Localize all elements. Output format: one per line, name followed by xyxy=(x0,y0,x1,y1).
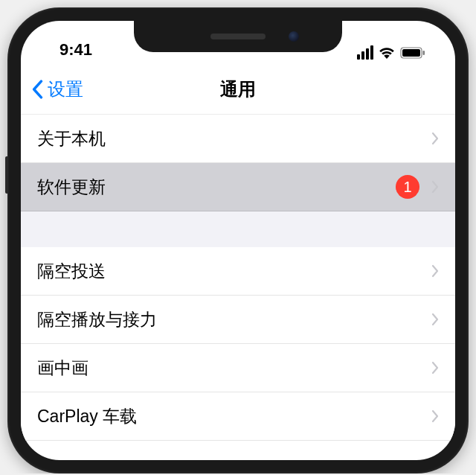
chevron-left-icon xyxy=(31,80,43,99)
row-label: 关于本机 xyxy=(37,127,431,150)
chevron-right-icon xyxy=(431,409,439,423)
row-about[interactable]: 关于本机 xyxy=(21,115,455,163)
back-button[interactable]: 设置 xyxy=(21,77,83,101)
speaker xyxy=(210,34,266,39)
list-gap xyxy=(21,211,455,247)
row-label: 隔空播放与接力 xyxy=(37,308,431,331)
row-pip[interactable]: 画中画 xyxy=(21,344,455,392)
chevron-right-icon xyxy=(431,264,439,278)
svg-rect-1 xyxy=(402,49,420,57)
phone-frame: 9:41 设置 xyxy=(7,7,469,474)
row-label: CarPlay 车载 xyxy=(37,405,431,428)
row-label: 画中画 xyxy=(37,357,431,380)
row-carplay[interactable]: CarPlay 车载 xyxy=(21,392,455,441)
row-airdrop[interactable]: 隔空投送 xyxy=(21,247,455,296)
cellular-icon xyxy=(357,45,373,60)
list-group-2: 隔空投送 隔空播放与接力 画中画 CarPlay 车载 xyxy=(21,247,455,441)
battery-icon xyxy=(400,47,425,59)
svg-rect-2 xyxy=(423,51,425,55)
front-camera xyxy=(289,31,299,42)
page-title: 通用 xyxy=(220,77,256,101)
row-airplay-handoff[interactable]: 隔空播放与接力 xyxy=(21,296,455,344)
list-group-1: 关于本机 软件更新 1 xyxy=(21,115,455,211)
nav-bar: 设置 通用 xyxy=(21,64,455,115)
notch xyxy=(134,21,342,52)
notification-badge: 1 xyxy=(396,175,419,199)
back-label: 设置 xyxy=(48,77,83,101)
status-indicators xyxy=(357,45,434,60)
side-button xyxy=(5,156,8,194)
row-software-update[interactable]: 软件更新 1 xyxy=(21,163,455,211)
chevron-right-icon xyxy=(431,361,439,374)
row-label: 软件更新 xyxy=(37,176,396,199)
chevron-right-icon xyxy=(431,132,439,145)
chevron-right-icon xyxy=(431,313,439,326)
screen: 9:41 设置 xyxy=(21,21,455,460)
status-time: 9:41 xyxy=(42,40,92,60)
row-label: 隔空投送 xyxy=(37,260,431,283)
chevron-right-icon xyxy=(431,180,439,194)
wifi-icon xyxy=(379,47,395,59)
